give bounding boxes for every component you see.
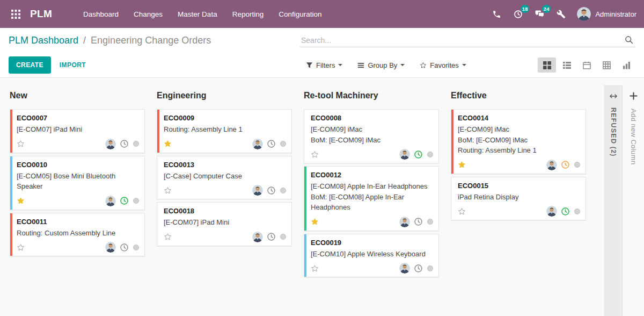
kanban-card-eco0015[interactable]: ECO0015 iPad Retina Display	[451, 177, 586, 221]
nav-item-configuration[interactable]: Configuration	[271, 0, 329, 28]
kanban-state-icon[interactable]	[133, 141, 139, 147]
debug-wrench-icon[interactable]	[550, 4, 572, 24]
assignee-avatar[interactable]	[105, 196, 116, 206]
card-line: [E-COM09] iMac	[458, 124, 580, 135]
star-icon[interactable]	[458, 207, 466, 216]
assignee-avatar[interactable]	[399, 149, 410, 160]
star-icon[interactable]	[17, 140, 25, 148]
card-title: ECO0014	[458, 114, 580, 122]
nav-item-master-data[interactable]: Master Data	[170, 0, 225, 28]
activity-clock-icon[interactable]	[414, 150, 423, 159]
assignee-avatar[interactable]	[252, 185, 263, 196]
kanban-state-icon[interactable]	[133, 198, 139, 204]
calendar-view-button[interactable]	[577, 58, 596, 73]
assignee-avatar[interactable]	[252, 139, 263, 149]
kanban-state-icon[interactable]	[574, 162, 580, 168]
kanban-view-button[interactable]	[538, 58, 556, 73]
kanban-state-icon[interactable]	[427, 219, 433, 225]
activity-clock-icon[interactable]	[120, 196, 129, 205]
kanban-state-icon[interactable]	[280, 234, 286, 240]
activities-icon[interactable]: 18	[507, 4, 529, 24]
page-header: PLM Dashboard / Engineering Change Order…	[0, 28, 644, 78]
assignee-avatar[interactable]	[546, 160, 557, 170]
kanban-state-icon[interactable]	[574, 209, 580, 214]
kanban-card-eco0011[interactable]: ECO0011 Routing: Custom Assembly Line	[10, 213, 145, 257]
assignee-avatar[interactable]	[399, 217, 410, 227]
activities-badge: 18	[521, 5, 530, 13]
kanban-card-eco0013[interactable]: ECO0013 [C-Case] Computer Case	[157, 156, 292, 200]
star-icon[interactable]	[164, 140, 172, 148]
kanban-state-icon[interactable]	[427, 265, 433, 271]
assignee-avatar[interactable]	[105, 242, 116, 253]
kanban-state-icon[interactable]	[280, 188, 286, 193]
star-icon[interactable]	[458, 161, 466, 169]
nav-item-reporting[interactable]: Reporting	[225, 0, 272, 28]
card-line: Routing: Assembly Line 1	[164, 124, 286, 135]
kanban-card-eco0014[interactable]: ECO0014 [E-COM09] iMac BoM: [E-COM09] iM…	[451, 109, 586, 174]
chevron-down-icon	[338, 64, 342, 66]
card-title: ECO0010	[17, 161, 139, 169]
card-line: [E-COM07] iPad Mini	[164, 217, 286, 228]
star-icon[interactable]	[311, 264, 319, 272]
kanban-state-icon[interactable]	[427, 152, 433, 157]
list-view-button[interactable]	[558, 58, 576, 73]
assignee-avatar[interactable]	[252, 232, 263, 242]
star-icon[interactable]	[17, 243, 25, 252]
card-line: [E-COM09] iMac	[311, 124, 433, 135]
pivot-view-button[interactable]	[597, 58, 616, 73]
kanban-column-new: New ECO0007 [E-COM07] iPad Mini ECO0010 …	[10, 85, 145, 316]
activity-clock-icon[interactable]	[120, 139, 129, 148]
card-line: BoM: [E-COM09] iMac	[311, 135, 433, 146]
activity-clock-icon[interactable]	[120, 243, 129, 252]
filters-dropdown[interactable]: Filters	[306, 61, 342, 69]
kanban-state-icon[interactable]	[133, 245, 139, 250]
graph-view-button[interactable]	[617, 58, 635, 73]
star-icon[interactable]	[311, 218, 319, 226]
folded-column-refused[interactable]: REFUSED (2)	[604, 85, 623, 316]
kanban-card-eco0009[interactable]: ECO0009 Routing: Assembly Line 1	[157, 109, 292, 153]
kanban-state-icon[interactable]	[280, 141, 286, 147]
assignee-avatar[interactable]	[105, 139, 116, 149]
activity-clock-icon[interactable]	[561, 207, 570, 216]
nav-item-dashboard[interactable]: Dashboard	[76, 0, 126, 28]
app-brand[interactable]: PLM	[30, 8, 52, 20]
kanban-card-eco0018[interactable]: ECO0018 [E-COM07] iPad Mini	[157, 202, 292, 246]
star-icon[interactable]	[164, 233, 172, 241]
messages-icon[interactable]: 24	[529, 4, 550, 24]
card-title: ECO0008	[311, 114, 433, 122]
kanban-card-eco0007[interactable]: ECO0007 [E-COM07] iPad Mini	[10, 109, 145, 153]
card-line: iPad Retina Display	[458, 192, 580, 203]
search-icon[interactable]	[625, 35, 634, 45]
favorites-dropdown[interactable]: Favorites	[420, 61, 466, 69]
group-by-dropdown[interactable]: Group By	[357, 61, 405, 69]
apps-menu-icon[interactable]	[8, 6, 24, 22]
kanban-card-eco0012[interactable]: ECO0012 [E-COM08] Apple In-Ear Headphone…	[304, 166, 439, 231]
nav-item-changes[interactable]: Changes	[126, 0, 170, 28]
assignee-avatar[interactable]	[399, 263, 410, 274]
card-line: Routing: Custom Assembly Line	[17, 228, 139, 239]
kanban-card-eco0008[interactable]: ECO0008 [E-COM09] iMac BoM: [E-COM09] iM…	[304, 109, 439, 163]
activity-clock-icon[interactable]	[267, 139, 276, 148]
favorites-star-icon	[420, 62, 427, 69]
card-title: ECO0012	[311, 171, 433, 179]
activity-clock-icon[interactable]	[414, 264, 423, 273]
import-button[interactable]: IMPORT	[60, 61, 86, 69]
activity-clock-icon[interactable]	[561, 160, 570, 169]
assignee-avatar[interactable]	[546, 206, 557, 217]
add-column-button[interactable]: Add new Column	[623, 85, 644, 316]
kanban-card-eco0019[interactable]: ECO0019 [E-COM10] Apple Wireless Keyboar…	[304, 234, 439, 278]
activity-clock-icon[interactable]	[267, 186, 276, 195]
search-bar	[300, 34, 635, 47]
kanban-column-engineering: Engineering ECO0009 Routing: Assembly Li…	[157, 85, 292, 316]
phone-icon[interactable]	[486, 4, 507, 24]
activity-clock-icon[interactable]	[414, 217, 423, 226]
breadcrumb-parent-link[interactable]: PLM Dashboard	[9, 35, 78, 46]
star-icon[interactable]	[164, 186, 172, 195]
kanban-card-eco0010[interactable]: ECO0010 [E-COM05] Bose Mini Bluetooth Sp…	[10, 156, 145, 210]
user-menu[interactable]: Administrator	[577, 7, 636, 21]
star-icon[interactable]	[311, 150, 319, 159]
activity-clock-icon[interactable]	[267, 232, 276, 241]
star-icon[interactable]	[17, 197, 25, 205]
search-input[interactable]	[301, 36, 625, 45]
create-button[interactable]: CREATE	[9, 56, 51, 74]
